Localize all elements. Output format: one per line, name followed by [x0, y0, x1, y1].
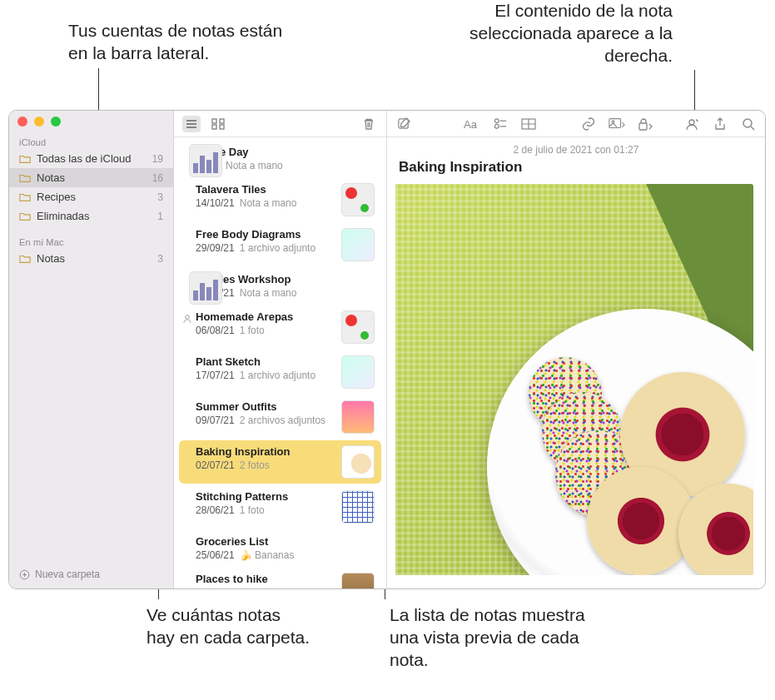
grid-view-icon: [211, 118, 225, 130]
sidebar-item-count: 19: [152, 153, 163, 165]
note-thumbnail: [189, 271, 222, 305]
note-item-title: Summer Outfits: [196, 400, 335, 413]
note-item-title: Groceries List: [196, 535, 375, 548]
collaborate-icon: [684, 117, 699, 131]
folder-icon: [19, 253, 31, 265]
note-thumbnail: [341, 310, 375, 344]
sidebar-item-mac-notas[interactable]: Notas 3: [9, 249, 173, 268]
delete-note-button[interactable]: [360, 116, 378, 132]
note-thumbnail: [341, 183, 375, 216]
note-thumbnail: [341, 445, 375, 479]
note-item-meta: 06/08/211 foto: [196, 325, 335, 336]
note-list-item[interactable]: Textiles Workshop03/09/21Nota a mano: [179, 268, 381, 304]
sidebar: iCloud Todas las de iCloud 19 Notas 16 R…: [9, 111, 174, 588]
note-content-column: Aa: [387, 111, 765, 588]
note-list-item[interactable]: Game Day15:56Nota a mano: [179, 141, 381, 176]
zoom-window-button[interactable]: [51, 117, 61, 127]
window-traffic-lights: [9, 111, 173, 132]
note-list-item[interactable]: Groceries List25/06/21🍌 Bananas: [179, 530, 381, 566]
search-button[interactable]: [740, 116, 757, 132]
checklist-icon: [494, 117, 508, 131]
note-item-meta: 02/07/212 fotos: [196, 459, 335, 471]
table-icon: [521, 118, 536, 130]
minimize-window-button[interactable]: [34, 117, 44, 127]
compose-button[interactable]: [395, 116, 412, 132]
note-list-item[interactable]: Summer Outfits09/07/212 archivos adjunto…: [179, 395, 381, 439]
svg-rect-4: [220, 125, 224, 129]
note-thumbnail: [341, 573, 375, 588]
share-icon: [713, 117, 727, 131]
svg-rect-3: [212, 125, 216, 129]
note-content-toolbar: Aa: [387, 111, 765, 137]
note-list-item[interactable]: Stitching Patterns28/06/211 foto: [179, 485, 381, 529]
note-list-item[interactable]: Baking Inspiration02/07/212 fotos: [179, 440, 381, 484]
search-icon: [742, 117, 755, 131]
folder-icon: [19, 191, 31, 203]
sidebar-item-count: 3: [157, 191, 163, 203]
note-item-title: Plant Sketch: [196, 355, 335, 368]
note-item-meta: 09/07/212 archivos adjuntos: [196, 415, 335, 426]
sidebar-item-label: Todas las de iCloud: [37, 152, 147, 165]
note-thumbnail: [341, 355, 375, 389]
gallery-view-button[interactable]: [209, 116, 227, 132]
link-button[interactable]: [580, 116, 597, 132]
svg-point-14: [689, 120, 694, 125]
note-thumbnail: [341, 490, 375, 524]
note-item-meta: 25/06/21🍌 Bananas: [196, 549, 375, 561]
note-list-item[interactable]: Talavera Tiles14/10/21Nota a mano: [179, 178, 381, 221]
sidebar-item-label: Recipes: [37, 191, 152, 203]
callout-sidebar-accounts: Tus cuentas de notas están en la barra l…: [68, 20, 301, 65]
folder-icon: [19, 153, 31, 165]
svg-point-9: [494, 124, 499, 128]
note-item-meta: 03/09/21Nota a mano: [196, 287, 375, 299]
svg-point-12: [612, 120, 614, 122]
notes-list-column: Game Day15:56Nota a manoTalavera Tiles14…: [174, 111, 387, 588]
note-list-item[interactable]: Free Body Diagrams29/09/211 archivo adju…: [179, 223, 381, 266]
share-button[interactable]: [712, 116, 728, 132]
sidebar-item-label: Eliminadas: [37, 210, 152, 222]
checklist-button[interactable]: [492, 116, 509, 132]
sidebar-item-label: Notas: [37, 171, 147, 184]
collaborate-button[interactable]: [683, 116, 700, 132]
callout-content-right: El contenido de la nota seleccionada apa…: [423, 0, 673, 67]
note-list-item[interactable]: Homemade Arepas06/08/211 foto: [179, 305, 381, 349]
lock-button[interactable]: [637, 116, 653, 132]
note-item-title: Homemade Arepas: [196, 310, 335, 323]
sidebar-item-count: 1: [157, 211, 163, 222]
note-list-item[interactable]: Places to hike02/06/212 fotos: [179, 568, 381, 588]
new-folder-button[interactable]: Nueva carpeta: [9, 562, 173, 588]
notes-list[interactable]: Game Day15:56Nota a manoTalavera Tiles14…: [174, 137, 386, 588]
sidebar-item-recipes[interactable]: Recipes 3: [9, 187, 173, 206]
sidebar-item-notas[interactable]: Notas 16: [9, 168, 173, 187]
note-item-title: Game Day: [196, 146, 375, 158]
format-button[interactable]: Aa: [464, 116, 480, 132]
media-button[interactable]: [609, 116, 625, 132]
table-button[interactable]: [520, 116, 537, 132]
note-timestamp: 2 de julio de 2021 con 01:27: [387, 137, 765, 159]
callout-folder-count: Ve cuántas notas hay en cada carpeta.: [147, 604, 313, 649]
sidebar-item-all-icloud[interactable]: Todas las de iCloud 19: [9, 149, 173, 168]
shared-icon: [182, 314, 192, 324]
note-item-meta: 15:56Nota a mano: [196, 160, 375, 171]
cookie-icon: [587, 467, 695, 575]
svg-point-8: [494, 118, 499, 122]
note-thumbnail: [341, 400, 375, 434]
folder-icon: [19, 211, 31, 222]
note-body[interactable]: [387, 184, 765, 588]
new-folder-label: Nueva carpeta: [35, 568, 100, 580]
note-title[interactable]: Baking Inspiration: [387, 159, 765, 184]
note-item-title: Textiles Workshop: [196, 273, 375, 285]
sidebar-item-eliminadas[interactable]: Eliminadas 1: [9, 206, 173, 226]
sidebar-section-onmymac: En mi Mac: [9, 232, 173, 249]
lock-icon: [637, 117, 653, 131]
note-item-title: Talavera Tiles: [196, 183, 335, 196]
compose-icon: [397, 117, 411, 131]
close-window-button[interactable]: [17, 117, 27, 127]
list-view-button[interactable]: [182, 116, 201, 132]
note-list-item[interactable]: Plant Sketch17/07/211 archivo adjunto: [179, 350, 381, 394]
note-thumbnail: [189, 144, 222, 177]
note-thumbnail: [341, 228, 375, 261]
format-icon: Aa: [464, 117, 480, 131]
note-attachment-photo[interactable]: [395, 184, 753, 575]
sidebar-item-count: 16: [152, 172, 163, 184]
